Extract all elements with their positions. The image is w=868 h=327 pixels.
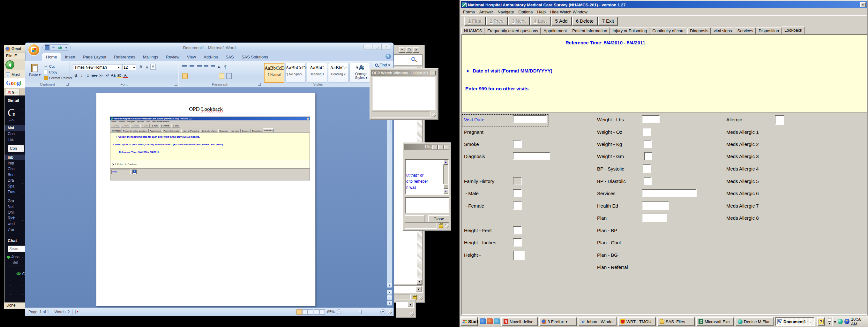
close-button[interactable]: × (382, 44, 391, 50)
fullscreen-view-button[interactable] (302, 309, 308, 315)
taskbar-task[interactable]: Microsoft Excel (696, 317, 734, 326)
change-styles-button[interactable]: A Change Styles ▾ (353, 64, 370, 80)
ribbon-tab[interactable]: Insert (61, 53, 80, 61)
zoom-in-button[interactable]: + (380, 309, 385, 314)
subscript-button[interactable]: x₂ (98, 72, 104, 78)
form-tab[interactable]: Injury or Poisoning (610, 27, 649, 34)
ribbon-tab[interactable]: Add-Ins (200, 53, 222, 61)
menu-item[interactable]: Navigate (495, 9, 516, 15)
menu-item[interactable]: Help (535, 9, 548, 15)
toolbar-button[interactable]: 1First (464, 17, 485, 25)
clipboard-dialog-launcher[interactable] (66, 83, 69, 86)
minimize-button[interactable]: – (432, 145, 438, 149)
tray-expand-chevron[interactable]: « (834, 319, 836, 324)
zoom-level[interactable]: 85% (327, 310, 335, 314)
nhamcs-titlebar[interactable]: National Hospital Ambulatory Medical Car… (461, 1, 867, 8)
align-left-button[interactable] (182, 73, 188, 79)
quicklaunch-explorer-icon[interactable] (494, 318, 500, 324)
dropdown-field[interactable]: ▼ (396, 301, 414, 308)
cut-button[interactable]: ✂ Cut (44, 64, 55, 68)
watch-titlebar[interactable]: DEP Watch Window - 00020101 × (371, 70, 437, 76)
scroll-down-button[interactable]: ▼ (443, 189, 448, 194)
chat-titlebar[interactable]: 10:... – ▢ × (404, 144, 450, 150)
taskbar-task[interactable]: Denise M Flanag... (736, 317, 774, 326)
toolbar-button[interactable]: 5Add (552, 17, 571, 25)
taskbar-task[interactable]: Novell-delivered... (501, 317, 538, 326)
scroll-down-button[interactable]: ▼ (387, 283, 392, 288)
zoom-out-button[interactable]: − (337, 309, 341, 314)
bold-button[interactable]: B (73, 72, 79, 78)
resize-grip[interactable] (445, 224, 449, 228)
menu-item[interactable]: Forms (461, 9, 477, 15)
select-browse-object-button[interactable]: · (387, 295, 392, 300)
scroll-up-button[interactable]: ▲ (443, 160, 448, 165)
taskbar-help-button[interactable]: ? (817, 317, 825, 326)
form-tab[interactable]: NHAMCS (461, 27, 485, 34)
ribbon-tab[interactable]: Mailings (139, 53, 162, 61)
start-button[interactable]: Start (461, 317, 478, 326)
taskbar-task[interactable]: SAS_Files (657, 317, 695, 326)
strikethrough-button[interactable]: abe (91, 72, 98, 78)
find-button[interactable]: Find ▾ (375, 63, 390, 67)
superscript-button[interactable]: x² (104, 72, 110, 78)
page-indicator[interactable]: Page: 1 of 1 (28, 310, 49, 314)
line-spacing-button[interactable] (212, 73, 217, 79)
word-count[interactable]: Words: 2 (55, 310, 70, 314)
paste-button[interactable]: Paste ▾ (28, 63, 42, 82)
toolbar-button[interactable]: 7Exit (598, 17, 618, 25)
maximize-button[interactable]: ▢ (438, 145, 443, 149)
dropdown-button[interactable]: ▼ (407, 302, 413, 307)
ribbon-tab[interactable]: Review (162, 53, 183, 61)
toolbar-handle[interactable] (462, 17, 463, 25)
document-scrollbar[interactable]: ▲ ▼ ▲ · ▼ (387, 88, 392, 307)
next-page-button[interactable]: ▼ (387, 300, 392, 306)
gmail-sidebar-item[interactable]: Con (8, 145, 24, 152)
shrink-font-button[interactable]: A (144, 64, 150, 70)
form-tab[interactable]: vital signs (711, 27, 734, 34)
chat-scrollbar[interactable]: ▲ ▼ (443, 160, 448, 194)
scroll-down-button[interactable]: ▼ (417, 279, 422, 285)
toolbar-button[interactable]: 6Delete (572, 17, 598, 25)
taskbar-task[interactable]: WBT - TMOUSER... (618, 317, 656, 326)
ribbon-tab[interactable]: Home (42, 53, 61, 61)
shading-button[interactable] (219, 73, 224, 79)
font-dialog-launcher[interactable] (175, 83, 178, 86)
print-layout-view-button[interactable] (297, 309, 302, 315)
font-size-combo[interactable]: 12▾ (122, 64, 136, 70)
draft-view-button[interactable] (319, 309, 325, 315)
tray-agent-icon[interactable] (844, 319, 849, 324)
maximize-button[interactable]: ▢ (406, 47, 412, 53)
web-layout-view-button[interactable] (308, 309, 313, 315)
maximize-button[interactable]: ▢ (373, 44, 382, 50)
window-cascade-button[interactable]: ▾ (826, 318, 833, 325)
toolbar-button[interactable]: 2Prev (486, 17, 507, 25)
sort-icon[interactable]: A↓ (218, 65, 222, 69)
ribbon-tab[interactable]: SAS (222, 53, 238, 61)
toolbar-button[interactable]: 3Next (508, 17, 529, 25)
justify-button[interactable] (204, 73, 210, 79)
toolbar-button[interactable]: 4Last (530, 17, 551, 25)
numbering-icon[interactable] (190, 65, 194, 69)
paragraph-dialog-launcher[interactable] (258, 83, 261, 86)
multilevel-list-icon[interactable] (197, 65, 202, 69)
quicklaunch-mail-icon[interactable] (487, 318, 493, 324)
change-case-button[interactable]: Aa (111, 72, 116, 78)
style-item[interactable]: AaBbC Heading 1 (307, 63, 327, 83)
form-tab[interactable]: Appointment (541, 27, 569, 34)
chat-input[interactable] (405, 197, 449, 213)
outline-view-button[interactable] (314, 309, 319, 315)
tray-groupwise-icon[interactable] (838, 319, 843, 324)
tab-gmail[interactable]: M Gm (5, 89, 20, 95)
taskbar-task[interactable]: Document1 - ... (775, 317, 815, 326)
zoom-slider[interactable] (343, 312, 378, 312)
form-tab[interactable]: Frequently asked questions (485, 27, 540, 34)
previous-page-button[interactable]: ▲ (387, 290, 392, 295)
dropdown-button[interactable]: ▼ (416, 287, 422, 292)
spellcheck-status-icon[interactable]: ✗ (75, 310, 80, 314)
resize-grip[interactable] (419, 296, 423, 300)
resize-grip[interactable] (432, 113, 436, 117)
scroll-thumb[interactable] (443, 184, 448, 189)
back-button[interactable] (5, 60, 14, 69)
spelling-icon[interactable]: ab (57, 46, 62, 50)
office-button[interactable] (28, 44, 40, 56)
